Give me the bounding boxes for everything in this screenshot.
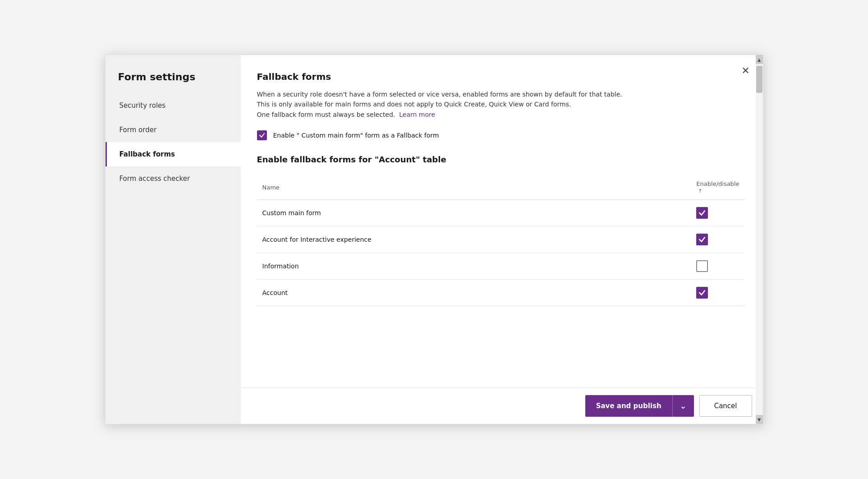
- form-enable-checkbox-account-interactive[interactable]: [696, 234, 708, 245]
- scrollbar-track: ▲ ▼: [756, 55, 763, 424]
- fallback-forms-table: Name Enable/disable ↑ Custom main form A…: [257, 177, 745, 306]
- scroll-up-icon: ▲: [758, 57, 761, 62]
- scrollbar-thumb[interactable]: [756, 66, 762, 93]
- description-line3: One fallback form must always be selecte…: [257, 111, 395, 118]
- chevron-down-icon: ⌄: [680, 402, 687, 410]
- table-cell-enable: [691, 280, 744, 306]
- sidebar-item-fallback-forms[interactable]: Fallback forms: [106, 142, 241, 166]
- col-name-header: Name: [257, 177, 691, 200]
- learn-more-link[interactable]: Learn more: [399, 111, 435, 118]
- table-cell-name: Account for Interactive experience: [257, 226, 691, 253]
- scroll-up-button[interactable]: ▲: [756, 55, 763, 64]
- table-cell-enable: [691, 253, 744, 280]
- table-header: Name Enable/disable ↑: [257, 177, 745, 200]
- description: When a security role doesn't have a form…: [257, 89, 730, 120]
- main-content: ✕ ▲ ▼ Fallback forms When a security rol…: [241, 55, 763, 424]
- sort-arrow-icon: ↑: [698, 188, 702, 194]
- form-settings-dialog: Form settings Security rolesForm orderFa…: [105, 55, 763, 424]
- save-publish-dropdown-button[interactable]: ⌄: [673, 396, 694, 416]
- table-row: Information: [257, 253, 745, 280]
- save-publish-button[interactable]: Save and publish ⌄: [585, 395, 694, 417]
- checkmark-icon: [698, 289, 706, 296]
- scroll-down-button[interactable]: ▼: [756, 415, 763, 424]
- checkmark-icon: [698, 209, 706, 216]
- sidebar-title: Form settings: [106, 59, 241, 93]
- sidebar-item-form-order[interactable]: Form order: [106, 118, 241, 142]
- fallback-enable-label: Enable " Custom main form" form as a Fal…: [273, 132, 439, 139]
- form-enable-checkbox-account[interactable]: [696, 287, 708, 299]
- sidebar-item-security-roles[interactable]: Security roles: [106, 93, 241, 118]
- table-cell-name: Custom main form: [257, 200, 691, 226]
- col-enable-header[interactable]: Enable/disable ↑: [691, 177, 744, 200]
- checkmark-icon: [698, 236, 706, 243]
- cancel-button[interactable]: Cancel: [699, 395, 752, 417]
- content-body: Fallback forms When a security role does…: [241, 55, 763, 387]
- form-enable-checkbox-information[interactable]: [696, 260, 708, 272]
- save-publish-label: Save and publish: [585, 396, 672, 416]
- sidebar: Form settings Security rolesForm orderFa…: [106, 55, 241, 424]
- checkmark-icon: [259, 132, 265, 138]
- table-section-title: Enable fallback forms for "Account" tabl…: [257, 155, 745, 164]
- description-line1: When a security role doesn't have a form…: [257, 91, 622, 98]
- description-line2: This is only available for main forms an…: [257, 101, 571, 108]
- close-icon: ✕: [741, 65, 749, 76]
- table-cell-enable: [691, 200, 744, 226]
- fallback-enable-row: Enable " Custom main form" form as a Fal…: [257, 130, 745, 140]
- close-button[interactable]: ✕: [738, 62, 754, 78]
- sidebar-nav: Security rolesForm orderFallback formsFo…: [106, 93, 241, 191]
- table-row: Custom main form: [257, 200, 745, 226]
- fallback-enable-checkbox[interactable]: [257, 130, 267, 140]
- section-title: Fallback forms: [257, 71, 745, 82]
- sidebar-item-form-access-checker[interactable]: Form access checker: [106, 166, 241, 191]
- table-cell-enable: [691, 226, 744, 253]
- table-row: Account for Interactive experience: [257, 226, 745, 253]
- table-cell-name: Account: [257, 280, 691, 306]
- table-body: Custom main form Account for Interactive…: [257, 200, 745, 306]
- form-enable-checkbox-custom-main-form[interactable]: [696, 207, 708, 219]
- footer: Save and publish ⌄ Cancel: [241, 387, 763, 424]
- scroll-down-icon: ▼: [758, 417, 761, 422]
- table-cell-name: Information: [257, 253, 691, 280]
- table-row: Account: [257, 280, 745, 306]
